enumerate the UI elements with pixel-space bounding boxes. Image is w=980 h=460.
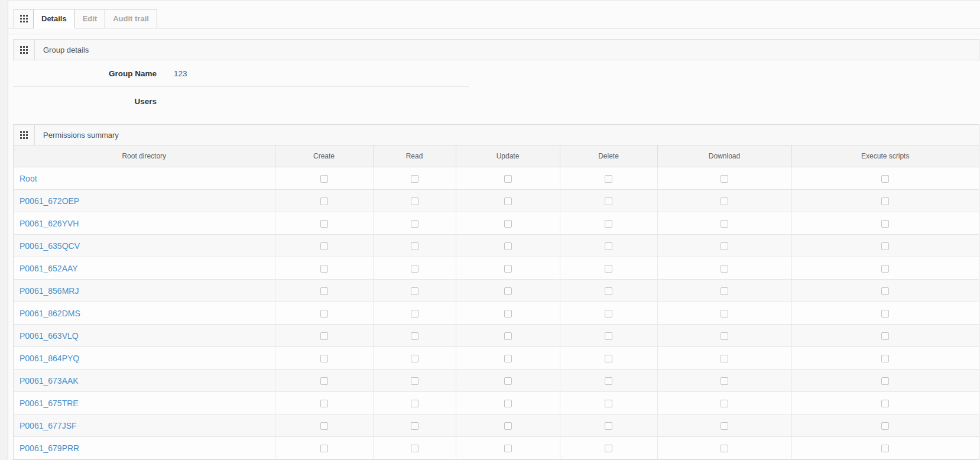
checkbox-delete[interactable] <box>605 175 612 183</box>
directory-link[interactable]: P0061_864PYQ <box>20 354 79 363</box>
checkbox-create[interactable] <box>320 310 328 318</box>
checkbox-update[interactable] <box>504 355 512 362</box>
tab-details[interactable]: Details <box>34 9 75 28</box>
checkbox-read[interactable] <box>411 355 418 362</box>
checkbox-read[interactable] <box>411 265 418 273</box>
checkbox-delete[interactable] <box>605 242 612 250</box>
permissions-summary-menu-button[interactable] <box>14 125 35 145</box>
group-details-menu-button[interactable] <box>14 40 35 60</box>
checkbox-execute-scripts[interactable] <box>881 400 889 407</box>
checkbox-read[interactable] <box>411 242 418 250</box>
checkbox-create[interactable] <box>320 332 328 340</box>
checkbox-read[interactable] <box>411 332 418 340</box>
checkbox-read[interactable] <box>411 377 418 385</box>
checkbox-delete[interactable] <box>605 332 612 340</box>
checkbox-delete[interactable] <box>605 400 612 407</box>
permission-cell-delete <box>560 190 657 212</box>
tab-edit[interactable]: Edit <box>75 9 106 28</box>
checkbox-create[interactable] <box>320 377 328 385</box>
directory-link[interactable]: P0061_626YVH <box>20 219 79 228</box>
checkbox-create[interactable] <box>320 287 328 295</box>
checkbox-download[interactable] <box>721 310 728 318</box>
checkbox-update[interactable] <box>504 220 512 228</box>
checkbox-read[interactable] <box>411 287 418 295</box>
directory-link[interactable]: P0061_663VLQ <box>20 331 79 341</box>
checkbox-create[interactable] <box>320 265 328 273</box>
directory-link[interactable]: Root <box>20 174 37 183</box>
checkbox-download[interactable] <box>721 175 728 183</box>
checkbox-delete[interactable] <box>605 377 612 385</box>
checkbox-execute-scripts[interactable] <box>881 445 889 452</box>
checkbox-read[interactable] <box>411 422 418 430</box>
checkbox-read[interactable] <box>411 445 418 452</box>
checkbox-create[interactable] <box>320 197 328 205</box>
checkbox-update[interactable] <box>504 197 512 205</box>
checkbox-create[interactable] <box>320 242 328 250</box>
directory-link[interactable]: P0061_673AAK <box>20 376 79 386</box>
checkbox-update[interactable] <box>504 310 512 318</box>
checkbox-execute-scripts[interactable] <box>881 197 889 205</box>
checkbox-download[interactable] <box>721 355 728 362</box>
checkbox-read[interactable] <box>411 175 418 183</box>
checkbox-delete[interactable] <box>605 445 612 452</box>
checkbox-update[interactable] <box>504 332 512 340</box>
checkbox-update[interactable] <box>504 422 512 430</box>
checkbox-update[interactable] <box>504 400 512 407</box>
checkbox-read[interactable] <box>411 197 418 205</box>
checkbox-download[interactable] <box>721 242 728 250</box>
checkbox-execute-scripts[interactable] <box>881 265 889 273</box>
checkbox-execute-scripts[interactable] <box>881 377 889 385</box>
checkbox-download[interactable] <box>721 287 728 295</box>
checkbox-execute-scripts[interactable] <box>881 422 889 430</box>
checkbox-update[interactable] <box>504 265 512 273</box>
directory-link[interactable]: P0061_675TRE <box>20 399 79 408</box>
checkbox-read[interactable] <box>411 400 418 407</box>
checkbox-delete[interactable] <box>605 197 612 205</box>
checkbox-delete[interactable] <box>605 265 612 273</box>
directory-link[interactable]: P0061_677JSF <box>20 421 77 430</box>
checkbox-execute-scripts[interactable] <box>881 355 889 362</box>
directory-link[interactable]: P0061_856MRJ <box>20 286 79 296</box>
checkbox-update[interactable] <box>504 377 512 385</box>
directory-link[interactable]: P0061_635QCV <box>20 241 80 251</box>
tab-audit-trail[interactable]: Audit trail <box>105 9 157 28</box>
checkbox-execute-scripts[interactable] <box>881 220 889 228</box>
checkbox-read[interactable] <box>411 220 418 228</box>
checkbox-create[interactable] <box>320 445 328 452</box>
checkbox-download[interactable] <box>721 220 728 228</box>
checkbox-download[interactable] <box>721 422 728 430</box>
checkbox-create[interactable] <box>320 220 328 228</box>
checkbox-download[interactable] <box>721 197 728 205</box>
checkbox-delete[interactable] <box>605 355 612 362</box>
checkbox-update[interactable] <box>504 287 512 295</box>
checkbox-download[interactable] <box>721 445 728 452</box>
checkbox-create[interactable] <box>320 355 328 362</box>
checkbox-execute-scripts[interactable] <box>881 287 889 295</box>
permission-cell-create <box>275 190 373 212</box>
checkbox-execute-scripts[interactable] <box>881 310 889 318</box>
directory-link[interactable]: P0061_672OEP <box>20 196 79 206</box>
checkbox-update[interactable] <box>504 242 512 250</box>
checkbox-execute-scripts[interactable] <box>881 175 889 183</box>
grid-menu-button[interactable] <box>14 9 34 28</box>
checkbox-download[interactable] <box>721 265 728 273</box>
checkbox-delete[interactable] <box>605 310 612 318</box>
checkbox-update[interactable] <box>504 175 512 183</box>
checkbox-create[interactable] <box>320 175 328 183</box>
checkbox-download[interactable] <box>721 377 728 385</box>
checkbox-update[interactable] <box>504 445 512 452</box>
checkbox-create[interactable] <box>320 400 328 407</box>
directory-link[interactable]: P0061_679PRR <box>20 443 79 453</box>
checkbox-read[interactable] <box>411 310 418 318</box>
checkbox-create[interactable] <box>320 422 328 430</box>
checkbox-delete[interactable] <box>605 220 612 228</box>
permission-cell-create <box>275 212 373 235</box>
checkbox-delete[interactable] <box>605 422 612 430</box>
checkbox-delete[interactable] <box>605 287 612 295</box>
checkbox-download[interactable] <box>721 400 728 407</box>
checkbox-download[interactable] <box>721 332 728 340</box>
directory-link[interactable]: P0061_862DMS <box>20 309 80 318</box>
checkbox-execute-scripts[interactable] <box>881 242 889 250</box>
directory-link[interactable]: P0061_652AAY <box>20 264 78 273</box>
checkbox-execute-scripts[interactable] <box>881 332 889 340</box>
